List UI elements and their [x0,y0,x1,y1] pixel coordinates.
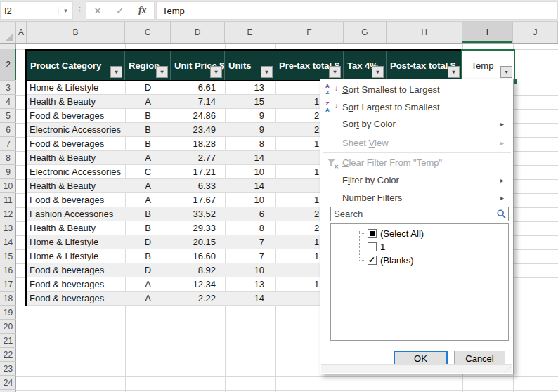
row-header-17[interactable]: 17 [0,277,16,292]
cell-unit-price[interactable]: 24.86 [171,109,216,122]
cell-region[interactable]: A [125,277,171,291]
cell-units[interactable]: 13 [225,277,264,291]
cell-category[interactable]: Health & Beauty [30,95,96,108]
filter-button-pretax-total[interactable]: ▾ [329,66,341,78]
row-header-8[interactable]: 8 [0,151,16,165]
temp-filter-button[interactable]: ▾ [500,66,512,78]
cell-region[interactable]: A [125,292,171,305]
insert-function-icon[interactable]: fx [138,5,147,16]
cell-category[interactable]: Food & beverages [30,292,104,305]
name-box[interactable]: I2 ▾ [0,1,73,20]
filter-button-region[interactable]: ▾ [156,66,168,78]
filter-button-tax[interactable]: ▾ [372,66,384,78]
row-header-24[interactable]: 24 [0,376,16,390]
filter-button-posttax-total[interactable]: ▾ [448,66,460,78]
cell-pretax-partial[interactable]: 1 [314,165,319,178]
checkbox-1[interactable] [368,242,377,251]
column-header-H[interactable]: H [387,22,462,43]
cell-units[interactable]: 6 [225,207,264,221]
cell-unit-price[interactable]: 20.15 [171,235,216,249]
row-header-4[interactable]: 4 [0,95,16,109]
checkbox-select-all[interactable] [368,229,377,238]
row-header-18[interactable]: 18 [0,292,16,306]
cell-category[interactable]: Home & Lifestyle [30,81,98,94]
cell-region[interactable]: A [125,151,171,164]
filter-value-select-all[interactable]: (Select All) [331,227,508,240]
cell-unit-price[interactable]: 2.22 [171,292,216,305]
row-header-3[interactable]: 3 [0,81,16,95]
row-header-12[interactable]: 12 [0,207,16,221]
column-header-A[interactable]: A [16,22,27,43]
cell-unit-price[interactable]: 23.49 [171,123,216,136]
row-header-20[interactable]: 20 [0,320,16,334]
cell-region[interactable]: C [125,165,171,178]
cell-region[interactable]: A [125,193,171,207]
cell-pretax-partial[interactable]: 1 [314,193,319,207]
row-header-21[interactable]: 21 [0,334,16,348]
cell-units[interactable]: 14 [225,179,264,192]
cell-pretax-partial[interactable]: 2 [314,207,319,221]
column-header-E[interactable]: E [225,22,275,43]
cell-pretax-partial[interactable]: 1 [314,277,319,291]
cell-pretax-partial[interactable]: 2 [314,109,319,122]
cell-units[interactable]: 13 [225,81,264,94]
cell-category[interactable]: Electronic Accessories [30,123,121,136]
cell-region[interactable]: B [125,123,171,136]
resize-grip-icon[interactable]: ⋰ [505,366,511,373]
cell-category[interactable]: Health & Beauty [30,179,96,192]
cell-unit-price[interactable]: 29.33 [171,221,216,235]
number-filters-menu-item[interactable]: Number Filters▸ [321,189,512,207]
cell-pretax-partial[interactable]: 1 [314,249,319,263]
cell-units[interactable]: 7 [225,235,264,249]
sort-largest-to-smallest-menu-item[interactable]: ZA↓Sort Largest to Smallest [321,98,512,116]
cell-units[interactable]: 7 [225,249,264,263]
cell-region[interactable]: A [125,179,171,192]
cell-units[interactable]: 10 [225,263,264,277]
cell-category[interactable]: Food & beverages [30,263,104,277]
cell-unit-price[interactable]: 6.61 [171,81,216,94]
row-header-5[interactable]: 5 [0,109,16,123]
filter-value-1[interactable]: 1 [331,240,508,254]
row-header-10[interactable]: 10 [0,179,16,193]
cell-unit-price[interactable]: 33.52 [171,207,216,221]
sort-by-color-menu-item[interactable]: Sort by Color▸ [321,116,512,132]
filter-value-blanks[interactable]: (Blanks) [331,254,508,267]
column-header-I[interactable]: I [462,22,513,43]
cell-unit-price[interactable]: 7.14 [171,95,216,108]
cell-unit-price[interactable]: 8.92 [171,263,216,277]
cell-units[interactable]: 15 [225,95,264,108]
cell-category[interactable]: Home & Lifestyle [30,235,98,249]
row-header-2[interactable]: 2 [0,49,16,81]
column-header-C[interactable]: C [125,22,171,43]
row-header-6[interactable]: 6 [0,123,16,137]
cell-units[interactable]: 9 [225,123,264,136]
cell-units[interactable]: 8 [225,137,264,150]
row-header-9[interactable]: 9 [0,165,16,179]
row-header-13[interactable]: 13 [0,221,16,235]
cell-unit-price[interactable]: 17.21 [171,165,216,178]
cell-region[interactable]: D [125,235,171,249]
search-input[interactable] [331,208,494,220]
cell-units[interactable]: 14 [225,292,264,305]
cell-category[interactable]: Electronic Accessories [30,165,121,178]
row-header-7[interactable]: 7 [0,137,16,151]
cell-region[interactable]: D [125,263,171,277]
cell-region[interactable]: B [125,109,171,122]
cell-category[interactable]: Food & beverages [30,137,104,150]
cell-units[interactable]: 8 [225,221,264,235]
formula-bar-input[interactable]: Temp [156,1,558,20]
cell-region[interactable]: B [125,249,171,263]
cell-pretax-partial[interactable]: 2 [314,123,319,136]
column-header-J[interactable]: J [513,22,558,43]
cell-units[interactable]: 10 [225,193,264,207]
filter-button-unit-price[interactable]: ▾ [210,66,222,78]
column-header-F[interactable]: F [275,22,344,43]
cell-category[interactable]: Food & beverages [30,109,104,122]
cell-pretax-partial[interactable]: 1 [314,137,319,150]
cell-region[interactable]: B [125,221,171,235]
cell-region[interactable]: A [125,95,171,108]
cell-region[interactable]: B [125,207,171,221]
row-header-14[interactable]: 14 [0,235,16,249]
column-header-D[interactable]: D [171,22,225,43]
cell-pretax-partial[interactable]: 1 [314,235,319,249]
